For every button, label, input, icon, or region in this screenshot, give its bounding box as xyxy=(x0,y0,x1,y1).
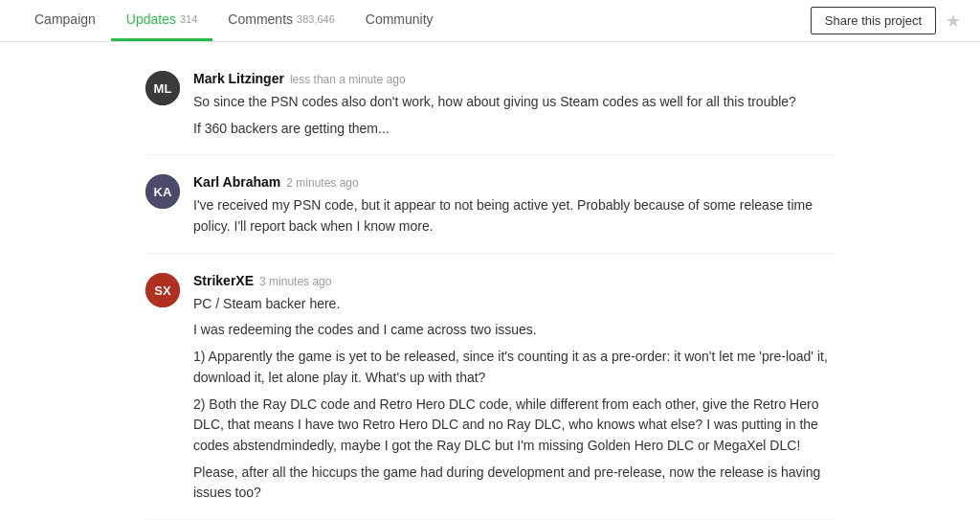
comment-paragraph: 2) Both the Ray DLC code and Retro Hero … xyxy=(193,395,835,457)
comment-body: Mark Litzingerless than a minute agoSo s… xyxy=(193,71,835,139)
share-button[interactable]: Share this project xyxy=(811,7,936,34)
nav-tabs: Campaign Updates 314 Comments 383,646 Co… xyxy=(19,0,449,41)
svg-text:ML: ML xyxy=(154,81,172,96)
comment-time: 2 minutes ago xyxy=(286,176,358,190)
comment-header: Karl Abraham2 minutes ago xyxy=(193,174,835,190)
comment-body: StrikerXE3 minutes agoPC / Steam backer … xyxy=(193,273,835,504)
comment-header: Mark Litzingerless than a minute ago xyxy=(193,71,835,86)
comment-time: 3 minutes ago xyxy=(259,275,331,288)
tab-updates[interactable]: Updates 314 xyxy=(111,0,213,41)
comment-item: SXStrikerXE3 minutes agoPC / Steam backe… xyxy=(145,254,835,520)
tab-updates-badge: 314 xyxy=(180,13,197,25)
comment-text: I've received my PSN code, but it appear… xyxy=(193,195,835,237)
tab-updates-label: Updates xyxy=(126,11,176,27)
avatar: ML xyxy=(145,71,180,105)
comment-paragraph: I was redeeming the codes and I came acr… xyxy=(193,320,835,341)
comment-paragraph: Please, after all the hiccups the game h… xyxy=(193,463,835,504)
comment-paragraph: 1) Apparently the game is yet to be rele… xyxy=(193,347,835,388)
comment-item: KAKarl Abraham2 minutes agoI've received… xyxy=(145,155,835,253)
avatar: SX xyxy=(145,273,180,307)
comment-body: Karl Abraham2 minutes agoI've received m… xyxy=(193,174,835,237)
commenter-name: Mark Litzinger xyxy=(193,71,284,86)
avatar: KA xyxy=(145,174,180,209)
svg-text:SX: SX xyxy=(154,283,171,298)
comment-text: PC / Steam backer here.I was redeeming t… xyxy=(193,294,835,504)
tab-community-label: Community xyxy=(366,11,434,27)
comment-text: So since the PSN codes also don't work, … xyxy=(193,92,835,139)
commenter-name: StrikerXE xyxy=(193,273,254,288)
comment-paragraph: So since the PSN codes also don't work, … xyxy=(193,92,835,113)
tab-community[interactable]: Community xyxy=(350,0,449,41)
comment-paragraph: If 360 backers are getting them... xyxy=(193,119,835,140)
tab-campaign-label: Campaign xyxy=(34,11,96,27)
tab-campaign[interactable]: Campaign xyxy=(19,0,111,41)
comment-paragraph: PC / Steam backer here. xyxy=(193,294,835,315)
svg-text:KA: KA xyxy=(154,185,172,199)
nav-right: Share this project ★ xyxy=(811,7,961,34)
comment-header: StrikerXE3 minutes ago xyxy=(193,273,835,288)
comments-container: MLMark Litzingerless than a minute agoSo… xyxy=(126,42,854,520)
tab-comments-badge: 383,646 xyxy=(297,13,335,25)
comment-item: MLMark Litzingerless than a minute agoSo… xyxy=(145,52,835,155)
star-icon: ★ xyxy=(946,11,961,31)
comment-time: less than a minute ago xyxy=(290,73,406,86)
star-button[interactable]: ★ xyxy=(946,11,961,32)
commenter-name: Karl Abraham xyxy=(193,174,280,190)
comment-paragraph: I've received my PSN code, but it appear… xyxy=(193,195,835,237)
nav-bar: Campaign Updates 314 Comments 383,646 Co… xyxy=(0,0,980,42)
tab-comments[interactable]: Comments 383,646 xyxy=(212,0,349,41)
tab-comments-label: Comments xyxy=(228,11,293,27)
